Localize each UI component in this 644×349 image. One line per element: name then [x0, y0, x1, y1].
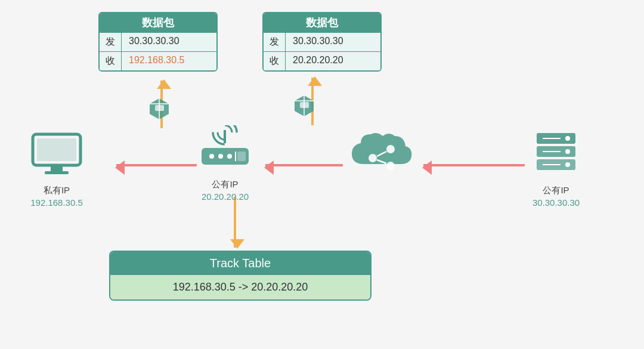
svg-point-34 [565, 162, 570, 167]
packet-right-row2-label: 收 [264, 52, 286, 70]
svg-rect-10 [51, 165, 63, 171]
track-table-header: Track Table [110, 252, 370, 275]
cloud-icon [346, 125, 417, 176]
track-table: Track Table 192.168.30.5 -> 20.20.20.20 [109, 251, 371, 301]
svg-point-33 [565, 149, 570, 154]
computer-icon: 私有IP 192.168.30.5 [30, 131, 83, 209]
svg-rect-9 [37, 138, 76, 161]
svg-rect-3 [155, 105, 164, 111]
svg-rect-20 [237, 152, 246, 161]
packet-right-header: 数据包 [264, 13, 380, 32]
svg-point-32 [565, 136, 570, 141]
track-table-entry: 192.168.30.5 -> 20.20.20.20 [110, 275, 370, 299]
packet-right-row1-label: 发 [264, 33, 286, 51]
package-icon-left [146, 95, 173, 122]
packet-left-row2-value: 192.168.30.5 [122, 52, 191, 70]
arrow-server-to-cloud [423, 164, 525, 166]
svg-point-16 [209, 154, 214, 159]
packet-right-row2-value: 20.20.20.20 [286, 52, 351, 70]
packet-right-row1-value: 30.30.30.30 [286, 33, 351, 51]
computer-label: 私有IP 192.168.30.5 [30, 184, 83, 209]
svg-point-18 [227, 154, 232, 159]
packet-left-header: 数据包 [100, 13, 216, 32]
router-icon: 公有IP 20.20.20.20 [197, 125, 253, 203]
server-icon: 公有IP 30.30.30.30 [531, 128, 581, 209]
svg-rect-11 [45, 171, 69, 174]
packet-table-right: 数据包 发 30.30.30.30 收 20.20.20.20 [262, 12, 382, 72]
packet-table-left: 数据包 发 30.30.30.30 收 192.168.30.5 [98, 12, 218, 72]
packet-left-row2-label: 收 [100, 52, 122, 70]
packet-left-row1-value: 30.30.30.30 [122, 33, 187, 51]
svg-point-21 [369, 154, 377, 162]
packet-left-row1-label: 发 [100, 33, 122, 51]
svg-point-22 [386, 145, 395, 153]
arrow-router-to-computer [116, 164, 197, 166]
package-icon-right [291, 92, 318, 119]
svg-rect-7 [300, 102, 309, 108]
arrow-down-router [234, 197, 236, 248]
diagram-container: 数据包 发 30.30.30.30 收 192.168.30.5 数据包 发 3… [0, 0, 644, 349]
svg-point-17 [218, 154, 223, 159]
router-label: 公有IP 20.20.20.20 [202, 178, 249, 203]
arrow-cloud-to-router [265, 164, 343, 166]
server-label: 公有IP 30.30.30.30 [532, 184, 580, 209]
svg-point-23 [386, 162, 395, 170]
